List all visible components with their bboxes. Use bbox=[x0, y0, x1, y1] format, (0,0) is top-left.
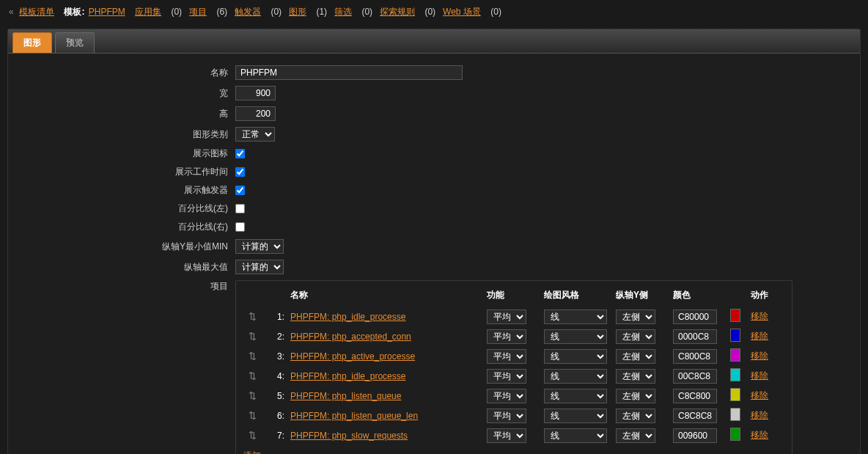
select-type[interactable]: 正常 bbox=[235, 127, 275, 142]
select-ymin[interactable]: 计算的 bbox=[235, 239, 284, 254]
select-func[interactable]: 平均 bbox=[487, 329, 526, 344]
select-side[interactable]: 左侧 bbox=[616, 329, 655, 344]
label-height: 高 bbox=[23, 108, 235, 120]
select-side[interactable]: 左侧 bbox=[616, 369, 655, 384]
items-box: 名称 功能 绘图风格 纵轴Y侧 颜色 动作 ⇅1:PHPFPM: php_idl… bbox=[235, 280, 792, 454]
select-side[interactable]: 左侧 bbox=[616, 310, 655, 324]
input-color[interactable] bbox=[673, 409, 717, 423]
input-color[interactable] bbox=[673, 349, 717, 364]
select-func[interactable]: 平均 bbox=[487, 310, 526, 324]
breadcrumb-link[interactable]: 筛选 bbox=[334, 7, 352, 17]
select-side[interactable]: 左侧 bbox=[616, 409, 655, 423]
remove-link[interactable]: 移除 bbox=[751, 331, 768, 341]
input-width[interactable] bbox=[235, 86, 276, 100]
remove-link[interactable]: 移除 bbox=[751, 370, 768, 381]
input-name[interactable] bbox=[235, 65, 463, 80]
checkbox-worktime[interactable] bbox=[235, 167, 245, 177]
breadcrumb-template-name[interactable]: PHPFPM bbox=[89, 7, 125, 17]
select-func[interactable]: 平均 bbox=[487, 428, 526, 443]
color-swatch[interactable] bbox=[730, 388, 740, 401]
select-side[interactable]: 左侧 bbox=[616, 349, 655, 364]
color-swatch[interactable] bbox=[730, 368, 740, 381]
breadcrumb: « 模板清单 模板: PHPFPM 应用集 (0)项目 (6)触发器 (0)图形… bbox=[0, 0, 868, 24]
item-name-link[interactable]: PHPFPM: php_slow_requests bbox=[290, 431, 408, 441]
row-number: 7: bbox=[267, 431, 284, 441]
remove-link[interactable]: 移除 bbox=[751, 410, 768, 420]
select-style[interactable]: 线 bbox=[544, 389, 607, 403]
item-name-link[interactable]: PHPFPM: php_idle_processe bbox=[290, 312, 405, 322]
select-side[interactable]: 左侧 bbox=[616, 428, 655, 443]
select-func[interactable]: 平均 bbox=[487, 409, 526, 423]
item-name-link[interactable]: PHPFPM: php_idle_processe bbox=[290, 371, 405, 381]
remove-link[interactable]: 移除 bbox=[751, 351, 768, 361]
label-ymax: 纵轴最大值 bbox=[23, 261, 235, 274]
checkbox-pctleft[interactable] bbox=[235, 204, 245, 213]
drag-handle-icon[interactable]: ⇅ bbox=[243, 430, 261, 441]
breadcrumb-link[interactable]: 探索规则 bbox=[380, 7, 415, 17]
select-style[interactable]: 线 bbox=[544, 329, 607, 344]
drag-handle-icon[interactable]: ⇅ bbox=[243, 370, 261, 381]
remove-link[interactable]: 移除 bbox=[751, 390, 768, 400]
main-panel: 图形 预览 名称 宽 高 图形类别 正常 展示图标 展示工作时间 展示触发器 bbox=[7, 29, 861, 454]
col-name: 名称 bbox=[290, 289, 481, 301]
input-color[interactable] bbox=[673, 389, 717, 403]
item-name-link[interactable]: PHPFPM: php_listen_queue bbox=[290, 391, 401, 401]
breadcrumb-link[interactable]: 应用集 bbox=[135, 7, 161, 17]
breadcrumb-link[interactable]: 触发器 bbox=[235, 7, 261, 17]
select-style[interactable]: 线 bbox=[544, 349, 607, 364]
checkbox-triggers[interactable] bbox=[235, 186, 245, 195]
select-ymax[interactable]: 计算的 bbox=[235, 260, 284, 274]
items-header: 名称 功能 绘图风格 纵轴Y侧 颜色 动作 bbox=[243, 287, 784, 304]
select-func[interactable]: 平均 bbox=[487, 349, 526, 364]
select-style[interactable]: 线 bbox=[544, 428, 607, 443]
color-swatch[interactable] bbox=[730, 348, 740, 362]
select-func[interactable]: 平均 bbox=[487, 369, 526, 384]
select-style[interactable]: 线 bbox=[544, 409, 607, 423]
color-swatch[interactable] bbox=[730, 329, 740, 342]
label-ymin: 纵轴Y最小值MIN bbox=[23, 241, 235, 253]
tab-preview[interactable]: 预览 bbox=[55, 32, 95, 53]
drag-handle-icon[interactable]: ⇅ bbox=[243, 390, 261, 401]
breadcrumb-count: (1) bbox=[314, 7, 327, 17]
input-color[interactable] bbox=[673, 329, 717, 344]
input-color[interactable] bbox=[673, 428, 717, 443]
breadcrumb-link[interactable]: 项目 bbox=[189, 7, 207, 17]
select-side[interactable]: 左侧 bbox=[616, 389, 655, 403]
breadcrumb-template-list[interactable]: 模板清单 bbox=[19, 7, 54, 17]
breadcrumb-link[interactable]: 图形 bbox=[289, 7, 306, 17]
breadcrumb-template-label: 模板: bbox=[64, 7, 84, 17]
checkbox-pctright[interactable] bbox=[235, 222, 245, 232]
color-swatch[interactable] bbox=[730, 309, 740, 322]
select-style[interactable]: 线 bbox=[544, 369, 607, 384]
select-func[interactable]: 平均 bbox=[487, 389, 526, 403]
breadcrumb-back-icon: « bbox=[9, 7, 14, 17]
input-height[interactable] bbox=[235, 106, 276, 121]
color-swatch[interactable] bbox=[730, 428, 740, 441]
drag-handle-icon[interactable]: ⇅ bbox=[243, 351, 261, 362]
item-name-link[interactable]: PHPFPM: php_active_processe bbox=[290, 351, 415, 362]
col-action: 动作 bbox=[751, 289, 787, 301]
form-area: 名称 宽 高 图形类别 正常 展示图标 展示工作时间 展示触发器 百分比线(左) bbox=[8, 54, 860, 454]
checkbox-legend[interactable] bbox=[235, 149, 245, 158]
item-name-link[interactable]: PHPFPM: php_accepted_conn bbox=[290, 332, 411, 342]
input-color[interactable] bbox=[673, 369, 717, 384]
breadcrumb-link[interactable]: Web 场景 bbox=[443, 7, 481, 17]
label-pctleft: 百分比线(左) bbox=[23, 202, 235, 215]
color-swatch[interactable] bbox=[730, 408, 740, 421]
item-row: ⇅5:PHPFPM: php_listen_queue平均线左侧移除 bbox=[243, 386, 784, 406]
breadcrumb-count: (0) bbox=[422, 7, 435, 17]
item-row: ⇅7:PHPFPM: php_slow_requests平均线左侧移除 bbox=[243, 425, 784, 445]
drag-handle-icon[interactable]: ⇅ bbox=[243, 331, 261, 342]
tab-graph[interactable]: 图形 bbox=[12, 32, 52, 53]
drag-handle-icon[interactable]: ⇅ bbox=[243, 410, 261, 421]
add-item-link[interactable]: 添加 bbox=[243, 450, 261, 454]
input-color[interactable] bbox=[673, 310, 717, 324]
remove-link[interactable]: 移除 bbox=[751, 430, 768, 440]
item-name-link[interactable]: PHPFPM: php_listen_queue_len bbox=[290, 411, 418, 421]
drag-handle-icon[interactable]: ⇅ bbox=[243, 311, 261, 322]
item-row: ⇅6:PHPFPM: php_listen_queue_len平均线左侧移除 bbox=[243, 406, 784, 425]
remove-link[interactable]: 移除 bbox=[751, 311, 768, 321]
breadcrumb-count: (0) bbox=[268, 7, 282, 17]
select-style[interactable]: 线 bbox=[544, 310, 607, 324]
item-row: ⇅4:PHPFPM: php_idle_processe平均线左侧移除 bbox=[243, 366, 784, 386]
